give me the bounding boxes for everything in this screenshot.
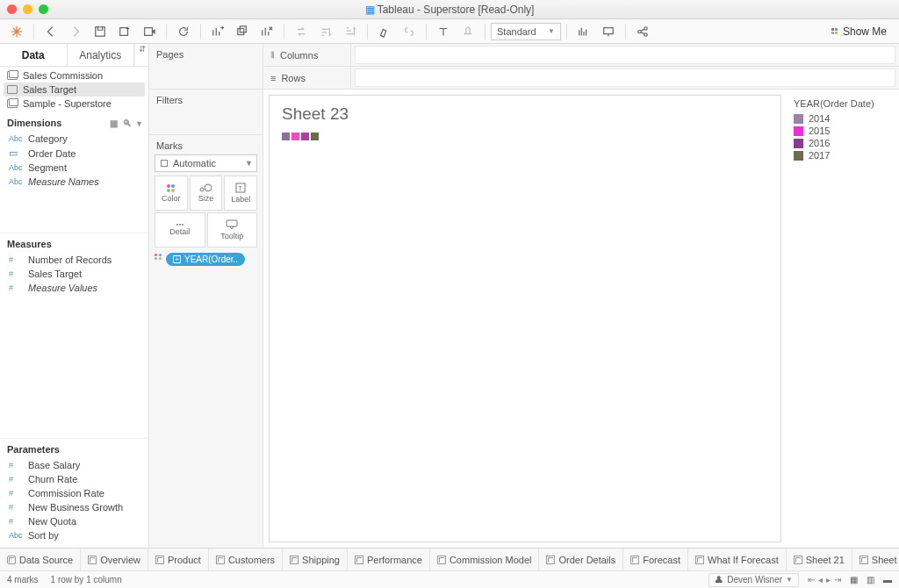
sheet-title[interactable]: Sheet 23 [282,104,768,124]
field-item[interactable]: AbcCategory [0,132,148,146]
sheet-tab[interactable]: Product [148,549,209,570]
worksheet-icon [794,556,802,564]
share-button[interactable] [631,22,654,41]
worksheet-area: ⦀Columns ≡Rows Sheet 23 YEAR(Order Date)… [263,44,899,548]
clear-button[interactable] [255,22,278,41]
legend-swatch [794,114,803,124]
size-icon [199,183,212,192]
cards-column: Pages Filters Marks Automatic▼ Color Siz… [149,44,263,548]
field-item[interactable]: #New Quota [0,514,148,528]
user-menu[interactable]: 👤︎Deven Wisner▼ [708,573,799,587]
field-item[interactable]: AbcSort by [0,528,148,542]
data-source-item[interactable]: Sample - Superstore [0,97,148,111]
field-item[interactable]: AbcSegment [0,161,148,175]
viz-canvas[interactable]: Sheet 23 [269,95,781,542]
sheet-tab[interactable]: Sheet 21 [787,549,852,570]
sheet-tab[interactable]: Forecast [623,549,688,570]
legend-swatch [794,139,803,148]
rows-shelf-label: ≡Rows [263,67,351,89]
filters-shelf[interactable]: Filters [149,90,263,135]
zoom-window-button[interactable] [39,4,48,14]
fit-dropdown[interactable]: Standard▼ [491,23,561,40]
marks-size-button[interactable]: Size [190,176,223,211]
highlight-button[interactable] [373,22,396,41]
measures-list: #Number of Records#Sales Target#Measure … [0,253,148,295]
viz-mark[interactable] [311,133,319,140]
rows-shelf[interactable] [355,68,895,87]
analytics-tab[interactable]: Analytics [68,44,135,66]
viz-mark[interactable] [282,133,290,140]
field-item[interactable]: #Number of Records [0,253,148,267]
presentation-button[interactable] [597,22,620,41]
marks-label-button[interactable]: T Label [224,176,257,211]
save-button[interactable] [89,22,111,41]
new-data-source-button[interactable] [113,22,136,41]
sheet-tab[interactable]: Performance [348,549,430,570]
view-icon[interactable]: ▦ [110,118,118,128]
marks-detail-button[interactable]: Detail [155,212,205,247]
pages-shelf[interactable]: Pages [149,44,263,90]
legend-item[interactable]: 2017 [794,149,888,161]
show-filmstrip-button[interactable]: ▥ [867,575,874,584]
text-icon: Abc [9,134,23,143]
sheet-tab[interactable]: Shipping [283,549,348,570]
viz-mark[interactable] [291,133,299,140]
group-button[interactable] [398,22,421,41]
legend-item[interactable]: 2015 [794,125,888,137]
show-tabs-button[interactable]: ▦ [850,575,858,584]
worksheet-icon [290,556,298,564]
auto-update-button[interactable] [138,22,161,41]
sheet-tab[interactable]: Order Details [539,549,623,570]
search-icon[interactable]: 🔍︎ [123,118,132,128]
columns-shelf[interactable] [355,46,895,64]
new-worksheet-button[interactable] [206,22,229,41]
svg-rect-4 [240,25,246,32]
data-source-tab[interactable]: Data Source [0,549,81,570]
number-icon: # [9,489,23,498]
show-cards-button[interactable] [572,22,595,41]
viz-mark[interactable] [301,133,309,140]
close-window-button[interactable] [7,4,17,14]
sheet-tab[interactable]: Commission Model [430,549,540,570]
sort-desc-button[interactable] [339,22,362,41]
field-item[interactable]: #Commission Rate [0,486,148,500]
marks-color-button[interactable]: Color [155,176,188,211]
sheet-tab[interactable]: Sheet 22 [852,549,899,570]
show-sorter-button[interactable]: ▬ [883,575,892,584]
tableau-logo-icon[interactable] [5,22,28,41]
text-label-button[interactable] [432,22,455,41]
data-tab[interactable]: Data [0,44,68,66]
show-me-button[interactable]: Show Me [824,25,894,38]
field-item[interactable]: #Churn Rate [0,472,148,486]
field-item[interactable]: #New Business Growth [0,500,148,514]
pane-options-button[interactable]: ⇵ [134,44,148,66]
minimize-window-button[interactable] [23,4,32,14]
marks-tooltip-button[interactable]: Tooltip [207,212,258,247]
legend-item[interactable]: 2016 [794,137,888,149]
back-button[interactable] [40,22,62,41]
field-item[interactable]: AbcMeasure Names [0,175,148,189]
refresh-button[interactable] [172,22,195,41]
field-item[interactable]: #Measure Values [0,281,148,295]
field-item[interactable]: #Base Salary [0,458,148,472]
menu-caret-icon[interactable]: ▾ [137,118,141,128]
pin-button[interactable] [457,22,479,41]
data-source-item[interactable]: Sales Commission [0,68,148,82]
color-legend[interactable]: YEAR(Order Date) 2014201520162017 [788,95,894,542]
data-source-item[interactable]: Sales Target [4,82,145,97]
forward-button[interactable] [64,22,87,41]
marks-pill-year-orderdate[interactable]: + YEAR(Order.. [166,253,245,266]
dimensions-header: Dimensions ▦🔍︎▾ [0,112,148,132]
sheet-nav[interactable]: ⇤◂▸⇥ [808,575,841,584]
field-item[interactable]: ▭Order Date [0,146,148,161]
sheet-tab[interactable]: Overview [81,549,148,570]
window-controls [0,4,48,14]
duplicate-button[interactable] [231,22,254,41]
field-item[interactable]: #Sales Target [0,267,148,281]
sheet-tab[interactable]: Customers [209,549,283,570]
mark-type-dropdown[interactable]: Automatic▼ [155,154,257,172]
swap-button[interactable] [290,22,313,41]
sheet-tab[interactable]: What If Forecast [688,549,787,570]
legend-item[interactable]: 2014 [794,112,888,125]
sort-asc-button[interactable] [314,22,337,41]
